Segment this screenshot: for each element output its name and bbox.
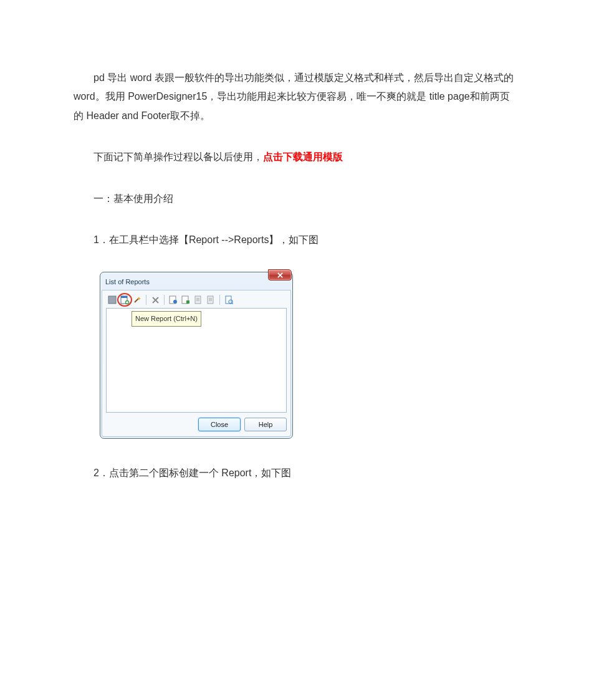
paragraph-download: 下面记下简单操作过程以备以后使用，点击下载通用模版 [74, 148, 515, 166]
svg-rect-12 [196, 298, 199, 299]
svg-rect-5 [121, 296, 127, 298]
dialog-button-row: Close Help [106, 413, 287, 431]
toolbar-separator [219, 295, 220, 305]
paragraph-intro: pd 导出 word 表跟一般软件的导出功能类似，通过模版定义格式和样式，然后导… [74, 69, 515, 125]
window-close-button[interactable] [268, 269, 292, 280]
toolbar-separator [146, 295, 146, 305]
step-2-text: 2．点击第二个图标创建一个 Report，如下图 [74, 464, 515, 482]
dialog-body: New Report (Ctrl+N) Close Help [102, 290, 291, 437]
document-icon[interactable] [193, 295, 203, 305]
list-of-reports-dialog-figure: List of Reports [100, 272, 515, 439]
properties-icon[interactable] [107, 295, 117, 305]
print-preview-icon[interactable] [224, 295, 234, 305]
svg-rect-10 [186, 300, 189, 304]
step-1-text: 1．在工具栏中选择【Report -->Reports】，如下图 [74, 231, 515, 249]
reports-list-area[interactable]: New Report (Ctrl+N) [106, 308, 287, 413]
svg-rect-14 [196, 300, 199, 301]
generate-html-icon[interactable] [168, 295, 178, 305]
svg-rect-18 [209, 300, 212, 301]
svg-rect-3 [110, 301, 115, 302]
svg-rect-13 [196, 299, 199, 300]
svg-rect-2 [110, 300, 115, 300]
toolbar-separator [164, 295, 165, 305]
download-prefix-text: 下面记下简单操作过程以备以后使用， [93, 151, 263, 162]
document-icon-2[interactable] [206, 295, 216, 305]
close-button[interactable]: Close [198, 418, 241, 431]
dialog-titlebar: List of Reports [102, 274, 291, 290]
svg-rect-1 [110, 297, 115, 299]
svg-point-8 [173, 300, 177, 304]
download-template-link[interactable]: 点击下载通用模版 [263, 151, 343, 162]
close-icon [277, 272, 284, 279]
help-button[interactable]: Help [244, 418, 287, 431]
dialog-toolbar [106, 294, 287, 308]
generate-rtf-icon[interactable] [181, 295, 191, 305]
svg-rect-16 [209, 298, 212, 299]
new-report-tooltip: New Report (Ctrl+N) [132, 311, 201, 327]
list-of-reports-dialog: List of Reports [100, 272, 293, 439]
new-report-icon[interactable] [120, 295, 130, 305]
delete-icon[interactable] [150, 295, 160, 305]
dialog-title: List of Reports [105, 276, 150, 289]
section-heading-basic-usage: 一：基本使用介绍 [74, 189, 515, 208]
wizard-icon[interactable] [132, 295, 142, 305]
svg-rect-17 [209, 299, 212, 300]
